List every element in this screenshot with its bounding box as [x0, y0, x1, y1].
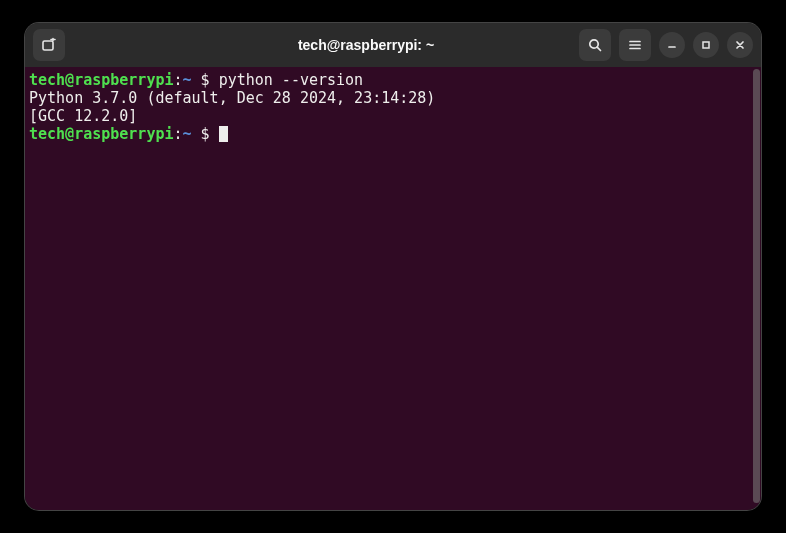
- command-text: python --version: [219, 71, 364, 89]
- terminal-line: tech@raspberrypi:~ $ python --version: [29, 71, 750, 89]
- new-tab-button[interactable]: [33, 29, 65, 61]
- new-tab-icon: [40, 36, 58, 54]
- search-icon: [587, 37, 603, 53]
- prompt-path: ~: [183, 125, 192, 143]
- maximize-icon: [700, 39, 712, 51]
- output-line: [GCC 12.2.0]: [29, 107, 750, 125]
- minimize-icon: [666, 39, 678, 51]
- scrollbar-thumb[interactable]: [753, 69, 760, 503]
- terminal-line: tech@raspberrypi:~ $: [29, 125, 750, 143]
- svg-rect-0: [43, 41, 53, 50]
- search-button[interactable]: [579, 29, 611, 61]
- terminal-window: tech@raspberrypi: ~: [25, 23, 761, 510]
- output-line: Python 3.7.0 (default, Dec 28 2024, 23:1…: [29, 89, 750, 107]
- prompt-path: ~: [183, 71, 192, 89]
- prompt-user: tech@raspberrypi: [29, 125, 174, 143]
- menu-button[interactable]: [619, 29, 651, 61]
- titlebar: tech@raspberrypi: ~: [25, 23, 761, 67]
- terminal-output[interactable]: tech@raspberrypi:~ $ python --versionPyt…: [25, 67, 752, 510]
- minimize-button[interactable]: [659, 32, 685, 58]
- scrollbar[interactable]: [752, 67, 761, 510]
- prompt-sep: :: [174, 125, 183, 143]
- maximize-button[interactable]: [693, 32, 719, 58]
- terminal-body[interactable]: tech@raspberrypi:~ $ python --versionPyt…: [25, 67, 761, 510]
- prompt-dollar: $: [192, 125, 219, 143]
- prompt-user: tech@raspberrypi: [29, 71, 174, 89]
- prompt-sep: :: [174, 71, 183, 89]
- cursor: [219, 126, 228, 142]
- svg-rect-2: [703, 42, 709, 48]
- prompt-dollar: $: [192, 71, 219, 89]
- window-title: tech@raspberrypi: ~: [159, 37, 573, 53]
- close-icon: [734, 39, 746, 51]
- close-button[interactable]: [727, 32, 753, 58]
- hamburger-icon: [627, 37, 643, 53]
